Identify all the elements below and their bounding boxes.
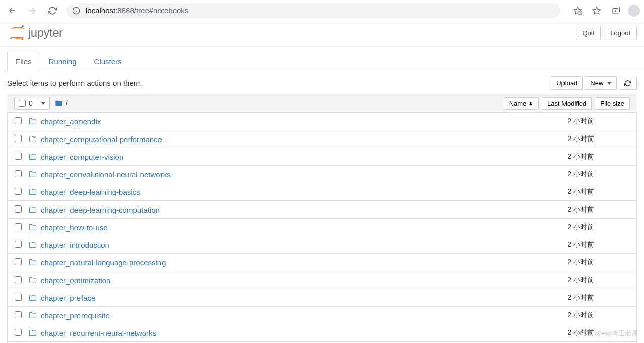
folder-icon [29,223,37,231]
folder-icon[interactable] [55,99,63,107]
file-modified: 2 小时前 [546,205,594,214]
file-row: chapter_convolutional-neural-networks2 小… [7,166,637,183]
file-name-link[interactable]: chapter_preface [41,294,95,302]
folder-icon [29,188,37,196]
file-checkbox[interactable] [15,311,22,318]
upload-button[interactable]: Upload [551,76,583,90]
profile-avatar[interactable] [628,5,640,17]
file-modified: 2 小时前 [546,223,594,232]
folder-icon [29,329,37,337]
select-all-checkbox[interactable] [19,100,26,107]
folder-icon [29,170,37,178]
file-row: chapter_recurrent-neural-networks2 小时前 [7,324,637,342]
file-modified: 2 小时前 [546,240,594,249]
file-modified: 2 小时前 [546,170,594,179]
file-modified: 2 小时前 [546,152,594,161]
select-all-group: 0 [14,97,50,110]
jupyter-logo-mark [10,25,25,40]
file-row: chapter_how-to-use2 小时前 [7,219,637,236]
file-name-link[interactable]: chapter_prerequisite [41,311,110,320]
file-row: chapter_deep-learning-computation2 小时前 [7,201,637,219]
folder-icon [29,241,37,249]
tab-running[interactable]: Running [40,52,86,71]
jupyter-logo-text: jupyter [28,26,63,40]
file-name-link[interactable]: chapter_computational-performance [41,135,162,144]
file-checkbox[interactable] [15,258,22,265]
sort-size-button[interactable]: File size [595,97,630,110]
refresh-button[interactable] [44,3,60,19]
info-icon [72,7,80,15]
tab-bar: Files Running Clusters [0,52,644,71]
refresh-list-button[interactable] [619,77,637,90]
file-checkbox[interactable] [15,117,22,124]
file-name-link[interactable]: chapter_convolutional-neural-networks [41,170,171,179]
file-row: chapter_computational-performance2 小时前 [7,130,637,148]
chevron-down-icon [41,102,45,105]
sort-modified-button[interactable]: Last Modified [542,97,592,110]
back-button[interactable] [4,3,20,19]
file-checkbox[interactable] [15,135,22,142]
jupyter-logo[interactable]: jupyter [10,25,63,40]
tab-clusters[interactable]: Clusters [86,52,130,71]
tab-files[interactable]: Files [7,52,40,71]
file-modified: 2 小时前 [546,293,594,302]
file-list: chapter_appendix2 小时前chapter_computation… [7,113,637,343]
url-bar[interactable]: localhost:8888/tree#notebooks [66,3,560,18]
folder-icon [29,294,37,302]
file-name-link[interactable]: chapter_appendix [41,117,101,126]
folder-icon [29,205,37,214]
chevron-down-icon [607,82,611,85]
folder-icon [29,153,37,161]
folder-icon [29,258,37,266]
file-checkbox[interactable] [15,188,22,195]
file-row: chapter_introduction2 小时前 [7,236,637,254]
new-button[interactable]: New [585,76,617,90]
breadcrumb-root[interactable]: / [66,99,68,107]
file-modified: 2 小时前 [546,311,594,320]
file-name-link[interactable]: chapter_how-to-use [41,223,108,232]
browser-chrome: localhost:8888/tree#notebooks [0,0,644,21]
selected-count: 0 [29,99,33,107]
file-name-link[interactable]: chapter_introduction [41,241,109,249]
file-checkbox[interactable] [15,223,22,230]
folder-icon [29,117,37,125]
hint-text: Select items to perform actions on them. [7,79,142,87]
file-row: chapter_deep-learning-basics2 小时前 [7,183,637,201]
file-checkbox[interactable] [15,241,22,248]
arrow-down-icon [528,101,533,106]
favorites-icon[interactable] [590,4,604,18]
file-row: chapter_prerequisite2 小时前 [7,307,637,324]
file-checkbox[interactable] [15,153,22,160]
file-modified: 2 小时前 [546,187,594,196]
sort-name-button[interactable]: Name [504,97,539,110]
forward-button[interactable] [24,3,40,19]
file-name-link[interactable]: chapter_natural-language-processing [41,258,166,267]
url-text: localhost:8888/tree#notebooks [86,6,188,15]
quit-button[interactable]: Quit [576,26,601,40]
file-row: chapter_appendix2 小时前 [7,113,637,130]
file-row: chapter_computer-vision2 小时前 [7,148,637,166]
file-name-link[interactable]: chapter_optimization [41,276,110,285]
folder-icon [29,311,37,319]
collections-icon[interactable] [609,4,623,18]
select-all-checkbox-wrap: 0 [15,97,37,109]
file-checkbox[interactable] [15,170,22,177]
file-modified: 2 小时前 [546,258,594,267]
file-checkbox[interactable] [15,276,22,283]
file-name-link[interactable]: chapter_computer-vision [41,153,123,161]
file-modified: 2 小时前 [546,328,594,337]
logout-button[interactable]: Logout [604,26,637,40]
svg-marker-7 [593,7,601,14]
file-modified: 2 小时前 [546,276,594,285]
jupyter-header: jupyter Quit Logout [0,21,644,47]
file-checkbox[interactable] [15,329,22,336]
file-name-link[interactable]: chapter_deep-learning-basics [41,188,140,196]
folder-icon [29,276,37,284]
file-checkbox[interactable] [15,294,22,301]
file-name-link[interactable]: chapter_deep-learning-computation [41,205,160,214]
favorites-add-icon[interactable] [571,4,585,18]
file-name-link[interactable]: chapter_recurrent-neural-networks [41,329,156,337]
file-checkbox[interactable] [15,205,22,213]
select-dropdown[interactable] [37,97,49,109]
file-list-header: 0 / Name Last Modified File size [7,94,637,113]
